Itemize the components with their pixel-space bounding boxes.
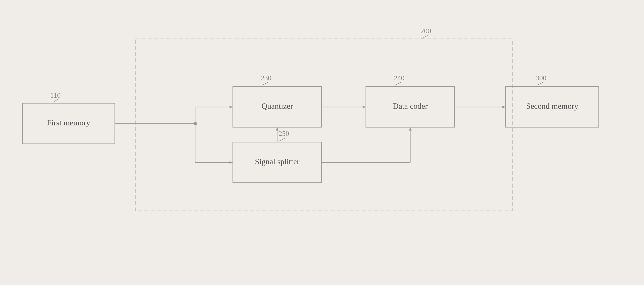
second-memory-label: Second memory [526,102,578,111]
ref-240: 240 [394,74,404,82]
ref-250: 250 [278,129,289,137]
diagram-container: 110 First memory 200 230 Quantizer 240 D… [0,0,644,285]
ref-200: 200 [420,27,431,35]
ref-230: 230 [261,74,272,82]
quantizer-label: Quantizer [262,102,293,111]
first-memory-label: First memory [47,118,90,127]
data-coder-label: Data coder [393,102,428,111]
svg-rect-0 [0,0,644,285]
junction-dot-1 [194,122,197,125]
signal-splitter-label: Signal splitter [255,157,300,166]
ref-300: 300 [536,74,546,82]
ref-110: 110 [50,91,61,99]
